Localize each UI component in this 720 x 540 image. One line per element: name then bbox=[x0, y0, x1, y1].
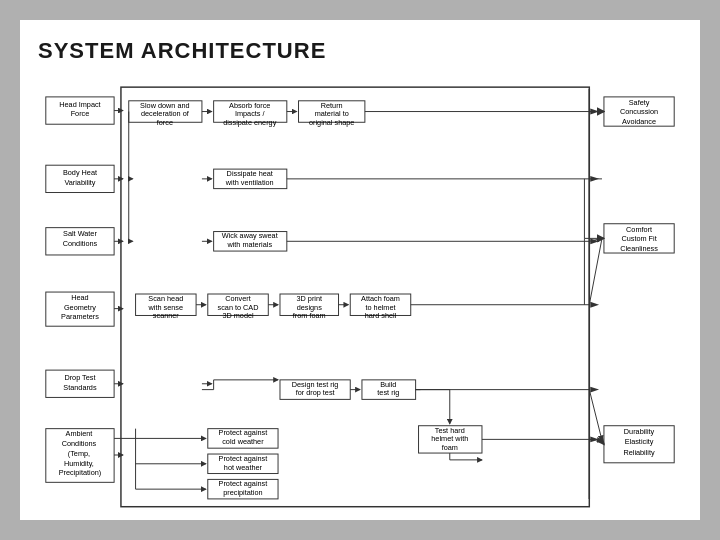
svg-text:Body HeatVariability: Body HeatVariability bbox=[63, 168, 97, 187]
page-title: SYSTEM ARCHITECTURE bbox=[38, 38, 682, 64]
svg-marker-87 bbox=[590, 387, 599, 393]
slide: SYSTEM ARCHITECTURE Head ImpactForce bbox=[20, 20, 700, 520]
svg-text:Salt WaterConditions: Salt WaterConditions bbox=[63, 229, 98, 248]
svg-marker-84 bbox=[590, 176, 599, 182]
svg-text:Attach foamto helmethard shell: Attach foamto helmethard shell bbox=[361, 294, 400, 321]
svg-marker-88 bbox=[590, 436, 599, 442]
svg-text:Protect againstprecipitation: Protect againstprecipitation bbox=[219, 479, 268, 497]
svg-text:Protect againsthot weather: Protect againsthot weather bbox=[219, 454, 268, 472]
svg-text:Design test rigfor drop test: Design test rigfor drop test bbox=[292, 380, 339, 398]
svg-marker-83 bbox=[590, 109, 599, 115]
svg-text:DurabilityElasticityReliabilit: DurabilityElasticityReliability bbox=[623, 427, 655, 457]
svg-text:Protect againstcold weather: Protect againstcold weather bbox=[219, 428, 268, 446]
svg-text:Slow down anddeceleration offo: Slow down anddeceleration offorce bbox=[140, 101, 190, 128]
svg-line-80 bbox=[589, 238, 602, 304]
svg-line-81 bbox=[589, 390, 602, 441]
svg-text:Wick away sweatwith materials: Wick away sweatwith materials bbox=[222, 231, 278, 249]
svg-text:3D printdesignsfrom foam: 3D printdesignsfrom foam bbox=[293, 294, 326, 321]
svg-text:Scan headwith sensescanner: Scan headwith sensescanner bbox=[148, 294, 184, 321]
svg-text:Buildtest rig: Buildtest rig bbox=[377, 380, 399, 398]
svg-marker-86 bbox=[590, 302, 599, 308]
svg-text:Drop TestStandards: Drop TestStandards bbox=[63, 373, 97, 392]
svg-text:Dissipate heatwith ventilation: Dissipate heatwith ventilation bbox=[225, 169, 274, 187]
architecture-diagram: Head ImpactForce Body HeatVariability Sa… bbox=[38, 74, 682, 514]
